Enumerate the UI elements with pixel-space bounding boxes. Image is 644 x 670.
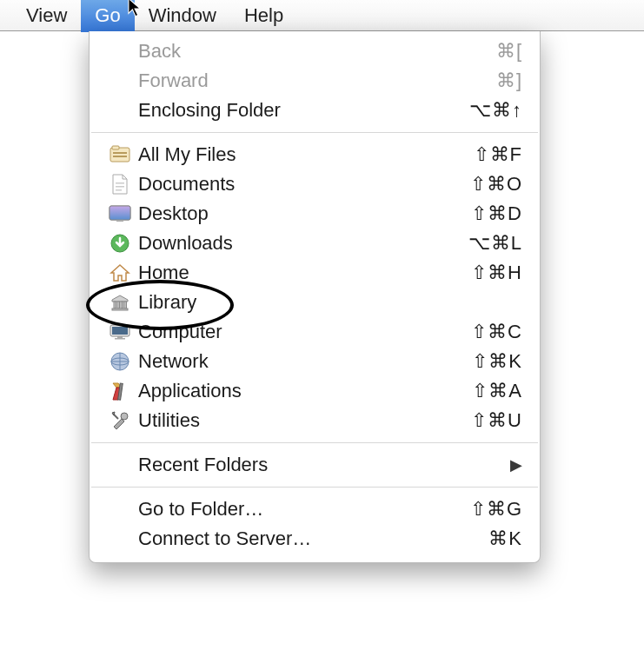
svg-rect-8 — [110, 206, 130, 220]
network-icon — [105, 351, 135, 372]
menu-separator — [91, 487, 538, 488]
menu-item-library[interactable]: Library — [90, 288, 540, 317]
menu-label: Recent Folders — [135, 454, 510, 476]
menu-shortcut: ⌘K — [488, 527, 522, 550]
menu-label: Enclosing Folder — [135, 99, 469, 122]
menubar-item-window[interactable]: Window — [135, 0, 230, 32]
menu-item-computer[interactable]: Computer ⇧⌘C — [90, 317, 540, 347]
menu-label: Forward — [135, 70, 496, 92]
menubar-item-help[interactable]: Help — [230, 0, 297, 32]
svg-rect-12 — [117, 302, 120, 308]
menu-label: Applications — [135, 380, 472, 402]
svg-rect-13 — [121, 302, 123, 308]
menubar-item-go[interactable]: Go — [81, 0, 134, 32]
menu-item-go-to-folder[interactable]: Go to Folder… ⇧⌘G — [90, 494, 540, 524]
menu-shortcut: ⇧⌘K — [472, 350, 522, 373]
menu-label: Computer — [135, 321, 471, 343]
menu-label: Connect to Server… — [135, 527, 488, 550]
applications-icon — [105, 381, 135, 401]
svg-point-23 — [121, 413, 128, 420]
svg-rect-5 — [116, 186, 124, 188]
menu-shortcut: ⇧⌘C — [471, 321, 522, 343]
menu-item-forward[interactable]: Forward ⌘] — [90, 66, 540, 96]
menu-shortcut: ⇧⌘G — [470, 498, 522, 521]
menu-item-downloads[interactable]: Downloads ⌥⌘L — [90, 229, 540, 258]
svg-rect-19 — [115, 338, 125, 340]
menu-shortcut: ⌘] — [496, 70, 522, 92]
menu-shortcut: ⇧⌘H — [471, 262, 522, 284]
menu-item-home[interactable]: Home ⇧⌘H — [90, 258, 540, 288]
menu-label: Desktop — [135, 202, 471, 225]
svg-rect-15 — [112, 308, 128, 310]
menu-label: Documents — [135, 173, 470, 196]
svg-rect-3 — [113, 156, 127, 157]
menu-shortcut: ⇧⌘A — [472, 380, 522, 402]
menu-item-applications[interactable]: Applications ⇧⌘A — [90, 376, 540, 406]
menu-item-connect-to-server[interactable]: Connect to Server… ⌘K — [90, 524, 540, 554]
svg-rect-1 — [112, 146, 119, 149]
menu-item-network[interactable]: Network ⇧⌘K — [90, 347, 540, 376]
menu-shortcut: ⌘[ — [496, 40, 522, 63]
computer-icon — [105, 323, 135, 341]
menu-shortcut: ⌥⌘↑ — [469, 99, 522, 122]
svg-rect-17 — [112, 327, 128, 335]
menu-item-recent-folders[interactable]: Recent Folders ▶ — [90, 450, 540, 480]
menu-shortcut: ⇧⌘O — [470, 173, 522, 196]
desktop-icon — [105, 205, 135, 222]
menubar: View Go Window Help — [0, 0, 644, 31]
menu-label: Library — [135, 291, 522, 314]
menubar-label-go: Go — [95, 4, 120, 26]
menu-item-all-my-files[interactable]: All My Files ⇧⌘F — [90, 140, 540, 169]
menu-label: Downloads — [135, 232, 468, 255]
menu-label: Home — [135, 262, 471, 284]
go-dropdown-menu: Back ⌘[ Forward ⌘] Enclosing Folder ⌥⌘↑ … — [89, 31, 541, 563]
menu-label: Back — [135, 40, 496, 63]
menu-item-utilities[interactable]: Utilities ⇧⌘U — [90, 406, 540, 435]
svg-rect-2 — [113, 152, 127, 154]
menu-label: Network — [135, 350, 472, 373]
menu-shortcut: ⌥⌘L — [468, 232, 522, 255]
svg-rect-9 — [116, 220, 123, 222]
menu-shortcut: ⇧⌘U — [471, 409, 522, 432]
menu-shortcut: ⇧⌘D — [471, 202, 522, 225]
menu-label: All My Files — [135, 143, 474, 166]
svg-rect-11 — [114, 302, 116, 308]
documents-icon — [105, 174, 135, 195]
menu-item-desktop[interactable]: Desktop ⇧⌘D — [90, 199, 540, 229]
svg-rect-6 — [116, 189, 122, 191]
menu-label: Utilities — [135, 409, 471, 432]
menu-item-enclosing-folder[interactable]: Enclosing Folder ⌥⌘↑ — [90, 96, 540, 125]
allmyfiles-icon — [105, 145, 135, 164]
menu-label: Go to Folder… — [135, 498, 470, 521]
svg-rect-18 — [117, 336, 123, 338]
utilities-icon — [105, 410, 135, 431]
menubar-item-view[interactable]: View — [12, 0, 81, 32]
svg-rect-4 — [116, 182, 124, 184]
menu-item-documents[interactable]: Documents ⇧⌘O — [90, 169, 540, 199]
home-icon — [105, 263, 135, 282]
downloads-icon — [105, 233, 135, 254]
submenu-arrow-icon: ▶ — [510, 455, 522, 474]
menu-item-back[interactable]: Back ⌘[ — [90, 36, 540, 66]
menu-separator — [91, 132, 538, 133]
menu-shortcut: ⇧⌘F — [474, 143, 522, 166]
library-icon — [105, 293, 135, 312]
menu-separator — [91, 442, 538, 443]
svg-rect-14 — [124, 302, 127, 308]
